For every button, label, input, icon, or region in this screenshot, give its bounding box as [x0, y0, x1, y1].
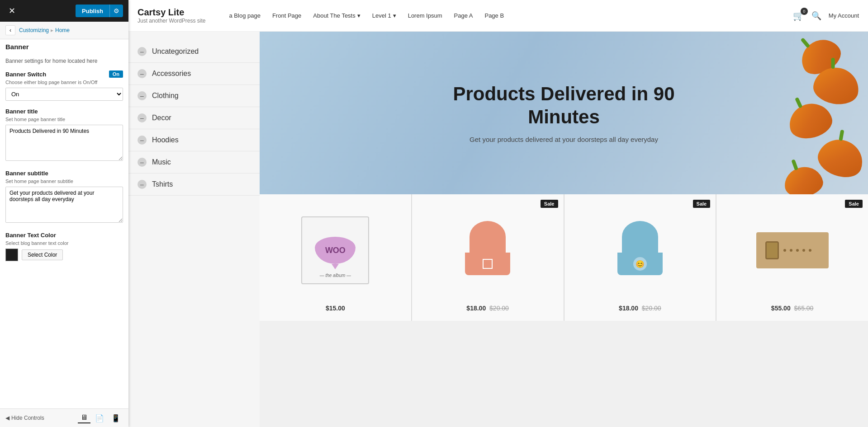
breadcrumb-customizing[interactable]: Customizing [19, 27, 49, 33]
top-nav: Cartsy Lite Just another WordPress site … [128, 0, 868, 32]
hero-products-area: Products Delivered in 90 Minutes Get you… [260, 32, 868, 427]
category-uncategorized[interactable]: – Uncategorized [128, 41, 260, 63]
price-old: $65.00 [794, 305, 814, 312]
beanie-square [483, 259, 493, 269]
nav-icons: 🛒 0 🔍 My Account [793, 10, 859, 21]
category-minus-icon: – [138, 180, 147, 189]
category-decor[interactable]: – Decor [128, 107, 260, 129]
category-tshirts[interactable]: – Tshirts [128, 174, 260, 196]
site-brand: Cartsy Lite Just another WordPress site [138, 7, 206, 24]
product-price: $55.00 $65.00 [771, 305, 814, 312]
nav-pageb[interactable]: Page B [479, 9, 509, 23]
breadcrumb-home[interactable]: Home [55, 27, 70, 33]
nav-blog[interactable]: a Blog page [224, 9, 266, 23]
beanie-body [465, 253, 510, 275]
carrot-5 [782, 164, 825, 194]
product-image: 😊 [574, 203, 707, 297]
hero-text: Products Delivered in 90 Minutes Get you… [428, 74, 700, 152]
product-price: $18.00 $20.00 [619, 305, 661, 312]
banner-color-group: Banner Text Color Select blog banner tex… [5, 232, 123, 261]
price-regular: $18.00 [619, 305, 638, 312]
nav-lorem[interactable]: Lorem Ipsum [403, 9, 448, 23]
view-mode-icons: 🖥 📄 📱 [78, 413, 123, 423]
belt-image [756, 232, 829, 268]
product-price: $15.00 [326, 305, 345, 312]
banner-title-group: Banner title Set home page banner title … [5, 108, 123, 163]
beanie-body: 😊 [617, 253, 663, 275]
carrot-3 [785, 99, 835, 143]
product-card[interactable]: WOO — the album — $15.00 [260, 194, 411, 321]
sale-badge: Sale [845, 200, 863, 208]
nav-pagea[interactable]: Page A [449, 9, 479, 23]
nav-about-dropdown-icon: ▾ [357, 12, 360, 19]
carrot-4 [813, 133, 868, 183]
hero-banner: Products Delivered in 90 Minutes Get you… [260, 32, 868, 194]
search-icon[interactable]: 🔍 [811, 11, 821, 21]
banner-switch-group: Banner Switch On Choose either blog page… [5, 70, 123, 101]
banner-subtitle-input[interactable]: Get your products delivered at your door… [5, 187, 123, 223]
sale-badge: Sale [693, 200, 711, 208]
beanie-blue-image: 😊 [613, 221, 667, 280]
close-button[interactable]: ✕ [5, 5, 18, 17]
category-label: Decor [152, 114, 171, 122]
back-button[interactable]: ‹ [5, 25, 15, 35]
main-area: Cartsy Lite Just another WordPress site … [128, 0, 868, 427]
panel-body: Banner settings for home located here Ba… [0, 52, 128, 427]
hide-controls-label: Hide Controls [11, 415, 44, 421]
breadcrumb-separator: ▸ [51, 27, 53, 33]
cart-icon-wrap[interactable]: 🛒 0 [793, 10, 804, 21]
color-picker-row: Select Color [5, 249, 123, 261]
category-label: Uncategorized [152, 47, 199, 56]
hero-subtitle: Get your products delivered at your door… [437, 136, 691, 143]
banner-title-input[interactable]: Products Delivered in 90 Minutes [5, 125, 123, 161]
nav-links: a Blog page Front Page About The Tests ▾… [224, 9, 793, 23]
banner-subtitle-sublabel: Set home page banner subtitle [5, 178, 123, 184]
banner-switch-label: Banner Switch On [5, 70, 123, 78]
category-label: Music [152, 158, 171, 166]
woo-label: — the album — [320, 273, 351, 278]
products-grid: WOO — the album — $15.00 Sale [260, 194, 868, 321]
tablet-view-button[interactable]: 📄 [92, 413, 107, 423]
banner-color-label: Banner Text Color [5, 232, 123, 239]
category-minus-icon: – [138, 113, 147, 122]
select-color-button[interactable]: Select Color [22, 249, 63, 260]
mobile-view-button[interactable]: 📱 [109, 413, 123, 423]
my-account-link[interactable]: My Account [829, 12, 859, 19]
product-image [421, 203, 555, 297]
category-hoodies[interactable]: – Hoodies [128, 129, 260, 151]
section-title: Banner [0, 39, 128, 52]
banner-switch-select[interactable]: On Off [5, 88, 123, 101]
nav-front[interactable]: Front Page [267, 9, 307, 23]
publish-settings-button[interactable]: ⚙ [109, 5, 123, 17]
category-music[interactable]: – Music [128, 151, 260, 174]
category-label: Accessories [152, 70, 191, 78]
belt-buckle [765, 241, 779, 259]
belt-hole [802, 249, 805, 252]
panel-header: ✕ Publish ⚙ [0, 0, 128, 22]
category-accessories[interactable]: – Accessories [128, 63, 260, 85]
product-card[interactable]: Sale $18.00 $20.00 [412, 194, 564, 321]
category-label: Hoodies [152, 136, 179, 144]
belt-hole [809, 249, 811, 252]
banner-subtitle-label: Banner subtitle [5, 170, 123, 177]
banner-toggle[interactable]: On [109, 70, 123, 78]
color-swatch[interactable] [5, 249, 18, 261]
publish-button[interactable]: Publish [76, 5, 109, 17]
product-card[interactable]: Sale [716, 194, 868, 321]
category-minus-icon: – [138, 91, 147, 100]
customizer-panel: ✕ Publish ⚙ ‹ Customizing ▸ Home Banner … [0, 0, 128, 427]
product-card[interactable]: Sale 😊 $18.00 $20.00 [564, 194, 716, 321]
banner-title-sublabel: Set home page banner title [5, 117, 123, 122]
belt-hole [796, 249, 799, 252]
nav-level1[interactable]: Level 1 ▾ [367, 9, 402, 23]
product-price: $18.00 $20.00 [466, 305, 509, 312]
category-minus-icon: – [138, 47, 147, 56]
nav-about[interactable]: About The Tests ▾ [308, 9, 365, 23]
category-minus-icon: – [138, 69, 147, 78]
hide-controls-button[interactable]: ◀ Hide Controls [5, 415, 44, 421]
categories-sidebar: – Uncategorized – Accessories – Clothing… [128, 32, 260, 427]
category-clothing[interactable]: – Clothing [128, 85, 260, 107]
belt-hole [783, 249, 786, 252]
desktop-view-button[interactable]: 🖥 [78, 413, 90, 423]
beanie-top [622, 221, 658, 253]
